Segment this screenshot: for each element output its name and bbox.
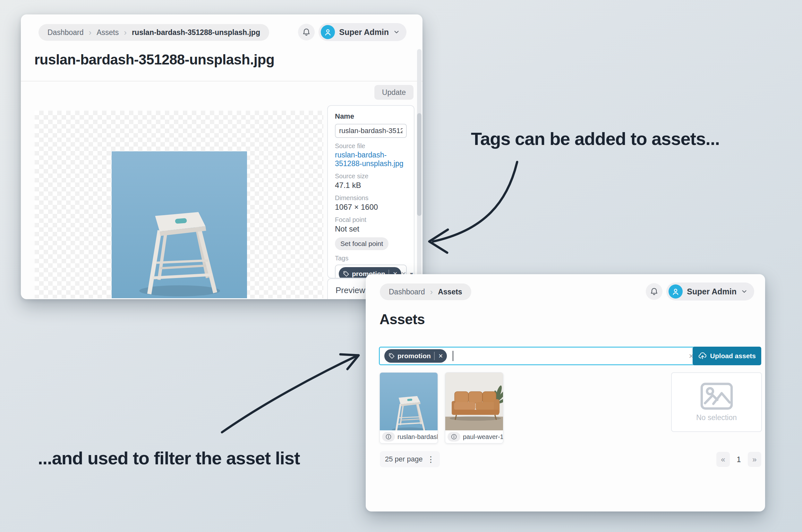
header-divider [21,81,423,81]
user-name: Super Admin [339,27,389,37]
image-preview-area [35,111,323,298]
user-name: Super Admin [687,287,736,296]
name-input[interactable] [335,124,407,138]
next-page-button[interactable]: » [748,452,761,467]
source-size-value: 47.1 kB [335,181,407,190]
asset-detail-window: Dashboard › Assets › ruslan-bardash-3512… [21,15,423,299]
annotation-bottom: ...and used to filter the asset list [38,448,300,469]
breadcrumb-item-dashboard[interactable]: Dashboard [48,28,84,37]
set-focal-point-label: Set focal point [340,240,383,248]
no-selection-panel: No selection [671,372,762,432]
annotation-top: Tags can be added to assets... [471,128,720,149]
arrow-to-tags [433,162,517,242]
asset-detail-panel: Name Source file ruslan-bardash-351288-u… [327,105,414,278]
notifications-button[interactable] [646,283,663,300]
breadcrumb-separator-icon: › [430,288,433,296]
current-page-number: 1 [734,455,743,464]
info-pill[interactable] [448,432,460,441]
per-page-label: 25 per page [385,455,423,463]
source-file-label: Source file [335,142,407,150]
chevron-down-icon [393,28,400,36]
arrow-to-filter-head [340,354,359,369]
focal-point-label: Focal point [335,216,407,224]
source-size-label: Source size [335,172,407,180]
upload-assets-button[interactable]: Upload assets [693,347,761,365]
asset-filename: paul-weaver-1120 [463,433,503,441]
scrollbar-thumb[interactable] [417,113,422,216]
tags-label: Tags [335,254,407,262]
info-icon [451,434,457,440]
asset-list-window: Dashboard › Assets Super Admin Assets [366,274,765,512]
previous-page-button[interactable]: « [716,452,730,467]
kebab-menu-icon[interactable]: ⋮ [427,455,435,464]
chevron-down-icon [741,288,748,295]
bell-icon [302,28,311,36]
screenshot-canvas: Dashboard › Assets › ruslan-bardash-3512… [0,0,802,532]
asset-card-couch[interactable]: paul-weaver-1120 [445,372,503,443]
breadcrumb: Dashboard › Assets › ruslan-bardash-3512… [38,24,269,41]
tag-chip-label: promotion [397,352,431,360]
avatar [669,284,683,299]
tag-chip-promotion[interactable]: promotion × [384,349,447,363]
asset-thumbnail-stool [380,373,438,430]
person-icon [671,287,680,296]
name-label: Name [335,112,407,120]
image-placeholder-icon [700,382,733,410]
source-file-link[interactable]: ruslan-bardash-351288-unsplash.jpg [335,151,409,168]
breadcrumb-item-current: Assets [438,288,462,296]
page-title: Assets [379,311,425,327]
preview-panel-label: Preview [336,285,365,295]
set-focal-point-button[interactable]: Set focal point [335,237,389,250]
remove-tag-icon[interactable]: × [435,352,447,360]
avatar [321,25,335,39]
per-page-selector[interactable]: 25 per page ⋮ [380,451,440,467]
cloud-upload-icon [698,352,707,360]
user-menu-button[interactable]: Super Admin [319,23,407,41]
asset-grid: ruslan-bardash-35 paul-weaver-1120 [379,372,503,443]
breadcrumb-item-assets[interactable]: Assets [97,28,119,37]
dimensions-label: Dimensions [335,194,407,202]
breadcrumb-separator-icon: › [124,28,127,37]
asset-thumbnail-couch [445,373,503,430]
breadcrumb-item-dashboard[interactable]: Dashboard [389,288,425,296]
scrollbar-track[interactable] [417,49,422,297]
arrow-to-filter [222,355,358,432]
info-icon [385,434,392,440]
header-actions: Super Admin [646,283,754,301]
tag-icon [343,271,349,277]
asset-card-stool[interactable]: ruslan-bardash-35 [379,372,438,443]
update-button[interactable]: Update [374,85,413,100]
tag-filter-input[interactable]: promotion × × ▾ [379,347,706,365]
person-icon [323,27,332,37]
upload-assets-label: Upload assets [710,352,756,360]
tag-icon [389,353,395,359]
dimensions-value: 1067 × 1600 [335,203,407,212]
asset-image-stool[interactable] [112,151,247,298]
asset-label: paul-weaver-1120 [445,430,503,443]
breadcrumb: Dashboard › Assets [380,284,471,300]
no-selection-label: No selection [696,413,737,422]
asset-filename: ruslan-bardash-35 [397,433,437,441]
text-cursor [453,351,453,361]
breadcrumb-item-current: ruslan-bardash-351288-unsplash.jpg [132,28,260,37]
arrow-to-tags-head [429,230,448,253]
pagination: « 1 » [716,452,761,467]
info-pill[interactable] [382,432,395,441]
bell-icon [650,287,658,296]
breadcrumb-separator-icon: › [89,28,92,37]
header-actions: Super Admin [298,23,407,41]
page-title: ruslan-bardash-351288-unsplash.jpg [34,52,274,68]
focal-point-value: Not set [335,225,407,233]
notifications-button[interactable] [298,24,315,40]
user-menu-button[interactable]: Super Admin [666,283,754,301]
asset-label: ruslan-bardash-35 [380,430,437,443]
